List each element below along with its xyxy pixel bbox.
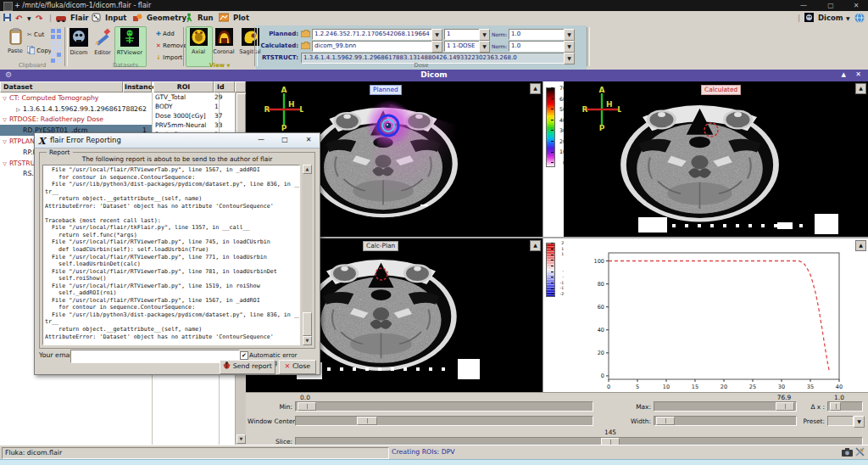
expand-arrow-icon[interactable]: ▷ — [14, 106, 23, 112]
id-column-header[interactable]: Id — [214, 81, 235, 92]
folder-icon[interactable] — [301, 42, 310, 49]
screenshot-camera-icon[interactable] — [842, 448, 853, 457]
dialog-close-button[interactable]: ✕ — [303, 136, 314, 145]
window-minimize-button[interactable]: — — [797, 1, 810, 10]
window-center-slider[interactable] — [295, 416, 593, 426]
viewer-calculated[interactable]: Calculated ▲ — [564, 81, 868, 237]
window-maximize-button[interactable]: ▢ — [824, 1, 837, 10]
max-slider[interactable] — [654, 401, 797, 412]
dataset-tree-row[interactable]: ▽CT: Computed Tomography — [0, 92, 152, 104]
calculated-unit-dropdown-icon[interactable]: ▼ — [479, 41, 490, 53]
axial-view-button[interactable]: Axial — [187, 28, 209, 55]
planned-norm-field[interactable]: 1.0 — [509, 29, 568, 40]
dialog-minimize-button[interactable]: — — [255, 136, 267, 145]
calculated-unit-field[interactable]: 1 1-DOSE — [444, 41, 483, 52]
tab-dicom[interactable]: Dicom — [804, 13, 843, 24]
planned-unit-field[interactable]: 1 — [444, 29, 483, 40]
editor-button[interactable]: Editor — [92, 28, 114, 56]
roi-row[interactable]: PRV5mm-Neural33 — [153, 120, 235, 130]
menu-geometry[interactable]: Geometry — [132, 13, 186, 24]
viewer-scroll-up-icon[interactable]: ▲ — [855, 83, 866, 94]
scrollbar-thumb[interactable] — [236, 93, 246, 134]
max-slider-thumb[interactable] — [776, 402, 794, 411]
dialog-scrollbar[interactable]: ▲ ▼ — [302, 165, 312, 345]
planned-dose-dropdown-icon[interactable]: ▼ — [431, 29, 442, 41]
width-slider[interactable] — [654, 416, 797, 426]
preset-select[interactable] — [827, 416, 854, 426]
menu-run[interactable]: Run — [185, 13, 214, 24]
undo-history-dropdown-icon[interactable]: ▼ — [27, 13, 31, 24]
min-slider[interactable] — [295, 401, 593, 412]
planned-norm-dropdown-icon[interactable]: ▼ — [564, 29, 575, 41]
dataset-column-header[interactable]: Dataset — [0, 81, 123, 92]
window-center-slider-thumb[interactable] — [357, 417, 377, 425]
globe-icon[interactable] — [854, 13, 866, 24]
delta-x-slider-thumb[interactable] — [830, 402, 841, 411]
add-button[interactable]: ✚ Add — [156, 31, 175, 37]
error-reporting-dialog[interactable]: X flair Error Reporting — □ ✕ Report The… — [34, 132, 320, 375]
planned-dose-field[interactable]: 1.2.246.352.71.2.1706542068.119664 — [312, 29, 436, 40]
scroll-down-icon[interactable]: ▼ — [236, 434, 246, 444]
save-icon[interactable] — [3, 13, 14, 24]
viewer-scroll-up-icon[interactable]: ▲ — [530, 240, 541, 251]
dialog-maximize-button[interactable]: □ — [279, 136, 291, 145]
email-input[interactable] — [70, 350, 240, 363]
delta-x-slider[interactable] — [827, 401, 863, 412]
auto-report-checkbox[interactable]: ✔ — [240, 351, 248, 360]
menu-input[interactable]: Input — [92, 13, 126, 24]
dicom-button[interactable]: Dicom — [68, 28, 90, 56]
roi-column-header[interactable]: ROI — [153, 81, 214, 92]
svg-text:40: 40 — [598, 327, 604, 333]
viewer-grid: Planned ▲ 706050403020100 Calculated ▲ — [246, 81, 868, 392]
viewer-scroll-up-icon[interactable]: ▲ — [530, 83, 541, 94]
menu-flair[interactable]: Flair — [56, 13, 89, 24]
rtviewer-button[interactable]: RTViewer — [116, 28, 143, 56]
dialog-close-action-button[interactable]: ✕ Close — [279, 360, 316, 374]
scrollbar-thumb[interactable] — [303, 312, 312, 336]
undo-button[interactable]: ↶ — [15, 13, 22, 24]
dialog-titlebar[interactable]: X flair Error Reporting — □ ✕ — [35, 133, 320, 148]
dataset-grid-dim-icon[interactable] — [51, 41, 62, 53]
import-button[interactable]: ↓ Import — [156, 54, 182, 61]
paste-button[interactable]: Paste — [3, 28, 27, 54]
dataset-tree-row[interactable]: ▽RTDOSE: Radiotherapy Dose — [0, 115, 152, 126]
scroll-down-icon[interactable]: ▼ — [303, 336, 312, 345]
cut-button[interactable]: ✂ Cut — [27, 31, 44, 38]
import-icon: ↓ — [156, 54, 161, 61]
menu-plot[interactable]: Plot — [219, 13, 249, 24]
panel-collapse-icon[interactable]: ▲ — [842, 71, 846, 78]
dataset-tree-row[interactable]: ▷1.3.6.1.4.1.5962.99.1.296861788262 — [0, 104, 152, 115]
roi-row[interactable]: BODY1 — [153, 102, 235, 111]
collapse-arrow-icon[interactable]: ▽ — [0, 95, 9, 101]
calculated-norm-field[interactable]: 1.0 — [509, 41, 568, 52]
copy-button[interactable]: Copy — [27, 46, 52, 54]
folder-icon[interactable] — [301, 30, 310, 37]
min-slider-thumb[interactable] — [298, 402, 316, 411]
dataset-grid-icon[interactable] — [51, 29, 62, 41]
redo-button[interactable]: ↷ — [36, 13, 42, 24]
width-slider-thumb[interactable] — [656, 417, 675, 425]
instance-column-header[interactable]: Instance — [123, 81, 152, 92]
menubar-separator: | — [49, 13, 52, 24]
calculated-norm-dropdown-icon[interactable]: ▼ — [564, 41, 575, 53]
window-close-button[interactable]: ✕ — [849, 1, 863, 10]
preset-dropdown-icon[interactable]: ▼ — [854, 416, 865, 428]
tools-icon[interactable] — [855, 447, 865, 457]
roi-row[interactable]: GTV_Total29 — [153, 92, 235, 102]
calculated-dose-dropdown-icon[interactable]: ▼ — [431, 41, 442, 53]
collapse-arrow-icon[interactable]: ▽ — [0, 138, 9, 144]
send-report-button[interactable]: Send report — [220, 360, 275, 374]
collapse-arrow-icon[interactable]: ▽ — [0, 160, 9, 166]
panel-close-icon[interactable]: ✕ — [855, 70, 861, 78]
scroll-up-icon[interactable]: ▲ — [303, 165, 312, 174]
viewer-scroll-up-icon[interactable]: ▲ — [855, 240, 866, 251]
calculated-dose-field[interactable]: dicom_99.bnn — [312, 41, 436, 52]
traceback-textarea[interactable]: File "/usr/local/flair/RTViewerTab.py", … — [42, 165, 300, 345]
coronal-view-button[interactable]: Coronal — [213, 28, 235, 55]
tab-dropdown-icon[interactable]: ▼ — [846, 13, 850, 24]
dvh-plot-panel[interactable]: 0510152025303540020406080100 ▲ — [564, 238, 868, 392]
view-group-label[interactable]: View ▼ — [185, 62, 254, 70]
roi-row[interactable]: Dose 3000[cGy]37 — [153, 111, 235, 120]
planned-unit-dropdown-icon[interactable]: ▼ — [479, 29, 490, 41]
collapse-arrow-icon[interactable]: ▽ — [0, 116, 9, 122]
